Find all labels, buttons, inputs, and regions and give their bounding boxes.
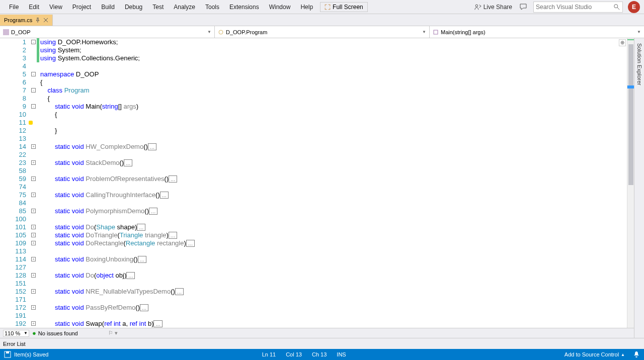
status-col[interactable]: Col 13 — [281, 351, 307, 357]
close-icon[interactable] — [43, 18, 48, 23]
code-line[interactable]: static void Do(object obj)... — [40, 272, 627, 280]
code-line[interactable]: using System.Collections.Generic; — [40, 54, 627, 62]
fold-toggle[interactable]: + — [31, 193, 36, 197]
code-line[interactable] — [40, 135, 627, 143]
zoom-dropdown[interactable]: 110 %▼ — [3, 330, 29, 337]
avatar[interactable]: E — [628, 1, 640, 13]
fold-toggle[interactable]: + — [31, 305, 36, 310]
fold-toggle[interactable]: + — [31, 257, 36, 261]
search-icon[interactable] — [613, 4, 620, 11]
code-line[interactable] — [40, 183, 627, 191]
code-line[interactable] — [40, 312, 627, 320]
collapsed-region[interactable]: ... — [124, 159, 132, 166]
collapsed-region[interactable]: ... — [149, 208, 157, 215]
code-line[interactable]: { — [40, 95, 627, 103]
pin-icon[interactable] — [35, 18, 40, 23]
code-line[interactable]: static void BoxingUnboxing()... — [40, 255, 627, 263]
search-input[interactable] — [536, 4, 613, 11]
code-line[interactable]: { — [40, 78, 627, 86]
bell-icon[interactable] — [633, 351, 640, 358]
code-line[interactable]: static void DoTriangle(Triangle triangle… — [40, 231, 627, 239]
collapsed-region[interactable]: ... — [140, 304, 148, 311]
code-line[interactable]: static void Swap(ref int a, ref int b)..… — [40, 320, 627, 328]
collapsed-region[interactable]: ... — [169, 175, 177, 183]
code-content[interactable]: using D_OOP.Homeworks;using System;using… — [38, 38, 627, 328]
code-line[interactable] — [40, 247, 627, 255]
menu-debug[interactable]: Debug — [120, 2, 147, 13]
collapsed-region[interactable]: ... — [137, 224, 145, 231]
code-line[interactable]: { — [40, 111, 627, 119]
fold-toggle[interactable]: - — [31, 40, 36, 44]
code-line[interactable]: } — [40, 127, 627, 135]
code-line[interactable]: namespace D_OOP — [40, 70, 627, 78]
status-ins[interactable]: INS — [332, 351, 351, 357]
search-box[interactable] — [533, 2, 623, 13]
fold-toggle[interactable]: + — [31, 233, 36, 237]
collapsed-region[interactable]: ... — [148, 143, 156, 150]
fold-toggle[interactable]: + — [31, 321, 36, 326]
add-source-control-button[interactable]: Add to Source Control ▲ — [559, 351, 630, 357]
vertical-scrollbar[interactable] — [627, 38, 634, 328]
menu-file[interactable]: File — [4, 2, 24, 13]
menu-extensions[interactable]: Extensions — [224, 2, 264, 13]
menu-project[interactable]: Project — [67, 2, 96, 13]
fold-toggle[interactable]: + — [31, 241, 36, 245]
code-line[interactable] — [40, 215, 627, 223]
fold-toggle[interactable]: - — [31, 72, 36, 76]
code-line[interactable]: static void ProblemOfRepresentatives()..… — [40, 175, 627, 183]
nav-method-dropdown[interactable]: Main(string[] args) ▼ — [430, 26, 644, 38]
collapsed-region[interactable]: ... — [175, 288, 184, 295]
code-line[interactable] — [40, 62, 627, 70]
collapsed-region[interactable]: ... — [160, 192, 169, 199]
error-list-tab[interactable]: Error List — [3, 341, 26, 347]
nav-class-dropdown[interactable]: D_OOP.Program ▼ — [215, 26, 430, 38]
code-line[interactable]: static void PolymorphismDemo()... — [40, 207, 627, 215]
fold-toggle[interactable]: + — [31, 273, 36, 278]
code-line[interactable]: static void PassByRefDemo()... — [40, 304, 627, 312]
code-line[interactable] — [40, 263, 627, 272]
nav-project-dropdown[interactable]: D_OOP ▼ — [0, 26, 215, 38]
tab-program-cs[interactable]: Program.cs — [0, 15, 53, 26]
code-line[interactable]: class Program — [40, 86, 627, 95]
code-line[interactable]: static void HW_ComplexDemo()... — [40, 143, 627, 151]
lightbulb-icon[interactable] — [29, 121, 33, 125]
fold-toggle[interactable]: + — [31, 144, 36, 149]
status-line[interactable]: Ln 11 — [257, 351, 281, 357]
code-line[interactable] — [40, 199, 627, 207]
fold-toggle[interactable]: + — [31, 289, 36, 294]
code-line[interactable] — [40, 296, 627, 304]
fold-toggle[interactable]: - — [31, 104, 36, 109]
code-line[interactable]: static void Do(Shape shape)... — [40, 223, 627, 231]
code-line[interactable] — [40, 119, 627, 127]
menu-tools[interactable]: Tools — [200, 2, 224, 13]
code-line[interactable] — [40, 151, 627, 159]
code-line[interactable]: using System; — [40, 46, 627, 54]
code-line[interactable]: static void StackDemo()... — [40, 159, 627, 167]
collapsed-region[interactable]: ... — [126, 272, 135, 279]
fold-toggle[interactable]: + — [31, 209, 36, 213]
code-line[interactable]: static void DoRectangle(Rectangle rectan… — [40, 239, 627, 247]
status-ch[interactable]: Ch 13 — [307, 351, 332, 357]
fold-toggle[interactable]: + — [31, 225, 36, 229]
menu-window[interactable]: Window — [264, 2, 296, 13]
code-line[interactable] — [40, 280, 627, 288]
menu-edit[interactable]: Edit — [24, 2, 44, 13]
code-line[interactable]: static void NRE_NullableValTypesDemo()..… — [40, 288, 627, 296]
code-line[interactable]: static void Main(string[] args) — [40, 103, 627, 111]
menu-help[interactable]: Help — [295, 2, 318, 13]
menu-view[interactable]: View — [44, 2, 67, 13]
collapsed-region[interactable]: ... — [169, 232, 177, 239]
fold-toggle[interactable]: - — [31, 88, 36, 93]
menu-test[interactable]: Test — [147, 2, 169, 13]
code-editor[interactable]: 1234567891011121314222358597475848510010… — [0, 38, 634, 328]
collapsed-region[interactable]: ... — [138, 256, 146, 263]
menu-analyze[interactable]: Analyze — [169, 2, 200, 13]
collapsed-region[interactable]: ... — [186, 240, 195, 247]
code-line[interactable]: static void CallingThroughInterface()... — [40, 191, 627, 199]
code-line[interactable] — [40, 167, 627, 175]
liveshare-button[interactable]: Live Share — [470, 2, 516, 13]
scroll-thumb[interactable] — [628, 44, 633, 185]
fold-toggle[interactable]: + — [31, 160, 36, 165]
feedback-icon[interactable] — [519, 3, 527, 11]
fold-toggle[interactable]: + — [31, 176, 36, 181]
